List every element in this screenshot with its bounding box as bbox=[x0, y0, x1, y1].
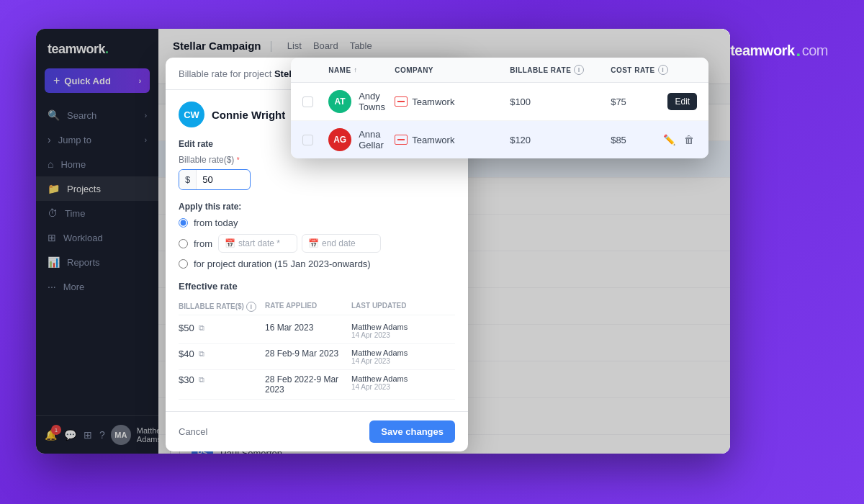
start-date-input[interactable]: 📅 start date * bbox=[218, 234, 297, 253]
company-name: Teamwork bbox=[412, 96, 454, 107]
company-icon bbox=[395, 135, 408, 145]
billable-rate-cell: $100 bbox=[510, 96, 611, 107]
rate-updated-by: Matthew Adams bbox=[351, 374, 455, 383]
rate-updated-date: 14 Apr 2023 bbox=[351, 383, 455, 391]
billable-rate-cell: $120 bbox=[510, 135, 611, 145]
person-avatar: AT bbox=[328, 90, 351, 113]
from-label: from bbox=[194, 238, 212, 249]
action-buttons: ✏️ 🗑 bbox=[660, 132, 697, 147]
selector-header: NAME ↑ COMPANY BILLABLE RATE i COST RATE… bbox=[291, 58, 708, 83]
rate-value: $50 ⧉ bbox=[179, 323, 265, 333]
edit-icon-button[interactable]: ✏️ bbox=[660, 132, 678, 147]
from-date-option[interactable]: from bbox=[179, 238, 212, 249]
selector-person: AT Andy Towns bbox=[328, 90, 395, 113]
rate-dates: 16 Mar 2023 bbox=[265, 323, 351, 333]
rate-value: $30 ⧉ bbox=[179, 374, 265, 385]
currency-symbol: $ bbox=[179, 170, 197, 189]
rate-updated-by: Matthew Adams bbox=[351, 323, 455, 331]
people-selector-modal: NAME ↑ COMPANY BILLABLE RATE i COST RATE… bbox=[291, 58, 708, 158]
rate-input-wrapper: $ bbox=[179, 169, 251, 190]
billable-rate-col-header: BILLABLE RATE i bbox=[510, 65, 611, 75]
cancel-button[interactable]: Cancel bbox=[179, 426, 207, 437]
project-duration-radio[interactable] bbox=[179, 259, 188, 269]
rate-updated-date: 14 Apr 2023 bbox=[351, 331, 455, 339]
apply-title: Apply this rate: bbox=[179, 202, 455, 212]
copy-icon[interactable]: ⧉ bbox=[199, 323, 204, 333]
billable-rate-value: $100 bbox=[510, 96, 531, 107]
cost-rate-col-header: COST RATE i bbox=[611, 65, 697, 75]
from-today-option[interactable]: from today bbox=[179, 217, 455, 228]
rate-table-header: BILLABLE RATE($) i RATE APPLIED LAST UPD… bbox=[179, 299, 455, 315]
copy-icon[interactable]: ⧉ bbox=[199, 375, 204, 384]
person-name: Andy Towns bbox=[359, 91, 395, 112]
name-col-header: NAME ↑ bbox=[328, 66, 395, 74]
cost-rate-cell: $75 Edit bbox=[611, 93, 697, 110]
rate-row: $30 ⧉ 28 Feb 2022-9 Mar 2023 Matthew Ada… bbox=[179, 370, 455, 400]
company-cell: Teamwork bbox=[395, 96, 510, 107]
project-duration-label: for project duration (15 Jan 2023-onward… bbox=[194, 258, 371, 269]
from-date-option-row: from 📅 start date * 📅 end date bbox=[179, 234, 455, 253]
end-date-placeholder: end date bbox=[322, 238, 356, 248]
project-duration-option[interactable]: for project duration (15 Jan 2023-onward… bbox=[179, 258, 455, 269]
delete-icon-button[interactable]: 🗑 bbox=[681, 132, 697, 147]
rate-updated-by: Matthew Adams bbox=[351, 348, 455, 357]
rate-row: $40 ⧉ 28 Feb-9 Mar 2023 Matthew Adams 14… bbox=[179, 344, 455, 370]
person-avatar-large: CW bbox=[179, 102, 204, 127]
company-cell: Teamwork bbox=[395, 135, 510, 145]
person-avatar: AG bbox=[328, 128, 351, 151]
calendar-icon: 📅 bbox=[225, 238, 235, 248]
date-inputs: 📅 start date * 📅 end date bbox=[218, 234, 381, 253]
footer-dot-com: com bbox=[802, 42, 828, 59]
rate-value: $40 ⧉ bbox=[179, 348, 265, 359]
apply-section: Apply this rate: from today from 📅 bbox=[179, 202, 455, 269]
selector-row: AG Anna Gellar Teamwork $120 $85 ✏️ bbox=[291, 121, 708, 158]
rate-updated-info: Matthew Adams 14 Apr 2023 bbox=[351, 323, 455, 339]
selector-checkbox[interactable] bbox=[302, 96, 313, 107]
rate-updated-info: Matthew Adams 14 Apr 2023 bbox=[351, 374, 455, 391]
billable-rate-input[interactable] bbox=[197, 170, 240, 189]
info-icon[interactable]: i bbox=[658, 65, 668, 75]
footer-logo-dot: . bbox=[796, 40, 801, 60]
info-icon[interactable]: i bbox=[246, 302, 256, 312]
selector-row: AT Andy Towns Teamwork $100 $75 Edit bbox=[291, 83, 708, 121]
start-date-placeholder: start date * bbox=[238, 238, 280, 248]
modal-footer: Cancel Save changes bbox=[166, 411, 468, 451]
rate-updated-date: 14 Apr 2023 bbox=[351, 357, 455, 365]
person-name: Anna Gellar bbox=[359, 129, 395, 150]
company-icon bbox=[395, 96, 408, 107]
company-name: Teamwork bbox=[412, 135, 454, 145]
info-icon[interactable]: i bbox=[574, 65, 584, 75]
billable-rate-value: $120 bbox=[510, 135, 531, 145]
company-col-header: COMPANY bbox=[395, 66, 510, 74]
calendar-icon: 📅 bbox=[308, 238, 319, 248]
rate-dates: 28 Feb-9 Mar 2023 bbox=[265, 348, 351, 359]
cost-rate-value: $75 bbox=[611, 96, 626, 107]
cost-rate-value: $85 bbox=[611, 135, 626, 145]
copy-icon[interactable]: ⧉ bbox=[199, 349, 204, 359]
footer-logo-text: teamwork bbox=[730, 42, 794, 59]
rate-updated-info: Matthew Adams 14 Apr 2023 bbox=[351, 348, 455, 365]
footer-brand: teamwork . com bbox=[730, 40, 828, 60]
sort-icon: ↑ bbox=[354, 66, 358, 73]
from-today-radio[interactable] bbox=[179, 218, 188, 228]
rate-dates: 28 Feb 2022-9 Mar 2023 bbox=[265, 374, 351, 395]
billable-rate-col-header: BILLABLE RATE($) i bbox=[179, 302, 265, 312]
rate-applied-col-header: RATE APPLIED bbox=[265, 302, 351, 312]
effective-rate-section: Effective rate BILLABLE RATE($) i RATE A… bbox=[179, 281, 455, 400]
required-star: * bbox=[237, 156, 240, 164]
edit-button[interactable]: Edit bbox=[667, 93, 697, 110]
from-today-label: from today bbox=[194, 217, 238, 228]
last-updated-col-header: LAST UPDATED bbox=[351, 302, 455, 312]
person-name-large: Connie Wright bbox=[212, 109, 285, 121]
selector-person: AG Anna Gellar bbox=[328, 128, 395, 151]
end-date-input[interactable]: 📅 end date bbox=[302, 234, 381, 253]
rate-input-label: Billable rate($) * bbox=[179, 155, 240, 165]
from-date-radio[interactable] bbox=[179, 239, 188, 248]
effective-rate-title: Effective rate bbox=[179, 281, 455, 292]
save-changes-button[interactable]: Save changes bbox=[369, 420, 455, 443]
selector-checkbox[interactable] bbox=[302, 135, 313, 145]
rate-row: $50 ⧉ 16 Mar 2023 Matthew Adams 14 Apr 2… bbox=[179, 318, 455, 344]
cost-rate-cell: $85 ✏️ 🗑 bbox=[611, 132, 697, 147]
